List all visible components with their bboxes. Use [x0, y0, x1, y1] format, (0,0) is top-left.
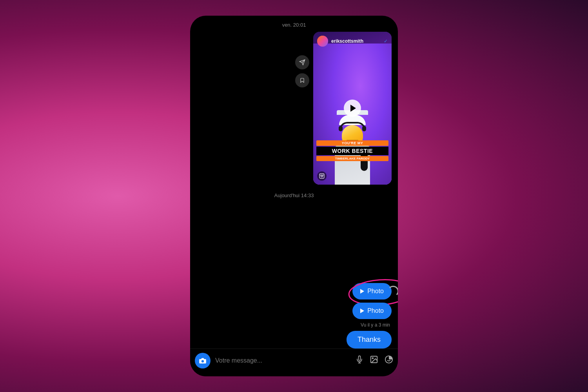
photo-bubble-row-2: Photo	[196, 303, 392, 319]
input-actions	[356, 355, 393, 367]
verified-badge: ✓	[384, 38, 388, 44]
post-username: erikscottsmith	[331, 38, 381, 44]
post-card-container: erikscottsmith ✓	[190, 32, 398, 185]
chat-area: ven. 20:01	[190, 16, 398, 376]
phone-frame: ven. 20:01	[190, 16, 398, 376]
post-title: WORK BESTIE	[316, 147, 388, 155]
svg-point-3	[321, 175, 323, 177]
camera-button[interactable]	[195, 353, 211, 368]
thanks-button[interactable]: Thanks	[347, 331, 392, 348]
photo-bubble-row-1: Photo	[196, 283, 392, 299]
sticker-icon[interactable]	[385, 355, 393, 366]
photo-bubble-2[interactable]: Photo	[352, 303, 392, 319]
photo-label-1: Photo	[367, 288, 384, 295]
bookmark-icon[interactable]	[295, 73, 309, 87]
post-text-overlay: YOU'RE MY WORK BESTIE TIMBERLAKE PARODY	[313, 140, 392, 161]
post-avatar	[317, 36, 328, 47]
svg-point-6	[201, 360, 204, 362]
post-card-header: erikscottsmith ✓	[313, 32, 392, 49]
svg-point-10	[372, 358, 373, 359]
play-icon-2	[360, 309, 364, 313]
reels-icon	[317, 171, 327, 181]
post-image-area: erikscottsmith ✓	[313, 32, 392, 185]
post-subtitle: YOU'RE MY	[316, 140, 388, 146]
messages-area: Photo Photo Vu il y a 3 min	[190, 203, 398, 348]
message-input[interactable]	[215, 357, 351, 364]
photo-bubble-1[interactable]: Photo	[352, 283, 392, 299]
image-icon[interactable]	[370, 355, 378, 366]
annotated-bubble: Photo	[352, 283, 392, 299]
microphone-icon[interactable]	[356, 355, 363, 367]
play-button[interactable]	[344, 100, 361, 117]
svg-rect-2	[319, 174, 324, 178]
timestamp-middle: Aujourd'hui 14:33	[190, 185, 398, 203]
timestamp-top: ven. 20:01	[190, 16, 398, 32]
seen-text: Vu il y a 3 min	[196, 322, 392, 328]
input-bar	[190, 348, 398, 376]
thanks-bubble-row: Thanks	[196, 331, 392, 348]
play-icon-1	[360, 289, 364, 294]
share-icon[interactable]	[295, 55, 309, 69]
post-action-icons	[295, 55, 309, 87]
post-parody: TIMBERLAKE PARODY	[316, 156, 388, 161]
post-card[interactable]: erikscottsmith ✓	[313, 32, 392, 185]
loading-spinner	[388, 286, 398, 297]
photo-label-2: Photo	[367, 307, 384, 314]
